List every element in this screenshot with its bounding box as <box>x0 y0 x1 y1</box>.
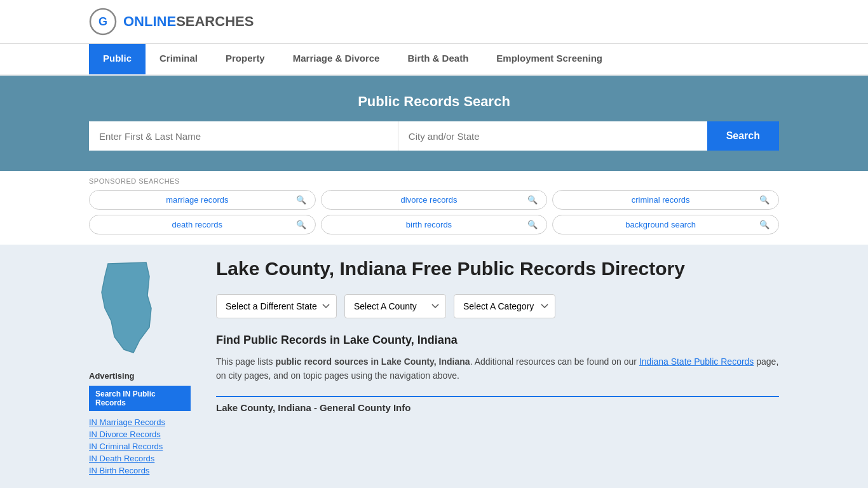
logo-searches: SEARCHES <box>176 13 254 29</box>
advertising-label: Advertising <box>89 371 191 381</box>
pill-background-search[interactable]: background search 🔍 <box>552 215 779 234</box>
sidebar-link-criminal[interactable]: IN Criminal Records <box>89 442 191 451</box>
pill-marriage-label: marriage records <box>98 195 296 205</box>
header: G ONLINESEARCHES <box>0 0 868 44</box>
pill-background-label: background search <box>562 220 759 229</box>
pill-death-records[interactable]: death records 🔍 <box>89 215 316 234</box>
sponsored-label: SPONSORED SEARCHES <box>89 177 779 185</box>
indiana-state-link[interactable]: Indiana State Public Records <box>639 356 754 367</box>
pill-criminal-label: criminal records <box>562 195 759 205</box>
location-search-input[interactable] <box>398 121 707 151</box>
sidebar-link-birth[interactable]: IN Birth Records <box>89 466 191 475</box>
search-button[interactable]: Search <box>707 121 779 151</box>
search-icon-4: 🔍 <box>527 220 538 229</box>
pill-death-label: death records <box>98 220 296 229</box>
nav-item-marriage-divorce[interactable]: Marriage & Divorce <box>279 44 394 74</box>
dropdowns-row: Select a Different State Select A County… <box>216 294 779 318</box>
pill-divorce-records[interactable]: divorce records 🔍 <box>321 190 548 210</box>
name-search-input[interactable] <box>89 121 398 151</box>
find-text-intro: This page lists <box>216 356 275 367</box>
sidebar-link-marriage[interactable]: IN Marriage Records <box>89 417 191 427</box>
main-nav: Public Criminal Property Marriage & Divo… <box>0 44 868 76</box>
county-dropdown[interactable]: Select A County <box>344 294 446 318</box>
sponsored-pills: marriage records 🔍 divorce records 🔍 cri… <box>89 190 779 234</box>
pill-birth-label: birth records <box>330 220 528 229</box>
svg-text:G: G <box>98 15 107 28</box>
nav-item-criminal[interactable]: Criminal <box>146 44 212 74</box>
sidebar: Advertising Search IN Public Records IN … <box>89 245 203 488</box>
pill-birth-records[interactable]: birth records 🔍 <box>321 215 548 234</box>
find-records-title: Find Public Records in Lake County, Indi… <box>216 334 779 347</box>
nav-item-public[interactable]: Public <box>89 44 146 74</box>
nav-item-birth-death[interactable]: Birth & Death <box>393 44 482 74</box>
sponsored-section: SPONSORED SEARCHES marriage records 🔍 di… <box>0 171 868 245</box>
search-icon-1: 🔍 <box>527 195 538 205</box>
hero-title: Public Records Search <box>89 93 779 110</box>
find-text-bold: public record sources in Lake County, In… <box>275 356 470 367</box>
search-in-public-records-btn[interactable]: Search IN Public Records <box>89 386 191 411</box>
content-area: Lake County, Indiana Free Public Records… <box>203 245 779 488</box>
search-row: Search <box>89 121 779 151</box>
main-content: Advertising Search IN Public Records IN … <box>0 245 868 488</box>
sidebar-link-divorce[interactable]: IN Divorce Records <box>89 430 191 439</box>
nav-item-employment[interactable]: Employment Screening <box>482 44 616 74</box>
search-icon-3: 🔍 <box>296 220 306 229</box>
state-map-indiana <box>89 257 165 359</box>
search-icon-0: 🔍 <box>296 195 306 205</box>
hero-section: Public Records Search Search <box>0 76 868 171</box>
site-logo-icon: G <box>89 8 117 36</box>
logo-online: ONLINE <box>123 13 176 29</box>
find-records-description: This page lists public record sources in… <box>216 355 779 383</box>
pill-marriage-records[interactable]: marriage records 🔍 <box>89 190 316 210</box>
find-text-mid: . Additional resources can be found on o… <box>470 356 639 367</box>
sidebar-link-death[interactable]: IN Death Records <box>89 454 191 463</box>
pill-criminal-records[interactable]: criminal records 🔍 <box>552 190 779 210</box>
pill-divorce-label: divorce records <box>330 195 528 205</box>
general-info-heading: Lake County, Indiana - General County In… <box>216 396 779 413</box>
sidebar-links: IN Marriage Records IN Divorce Records I… <box>89 417 191 475</box>
logo: G ONLINESEARCHES <box>89 8 254 36</box>
search-icon-5: 🔍 <box>759 220 770 229</box>
page-title: Lake County, Indiana Free Public Records… <box>216 257 779 280</box>
nav-item-property[interactable]: Property <box>212 44 279 74</box>
logo-text: ONLINESEARCHES <box>123 13 254 30</box>
search-icon-2: 🔍 <box>759 195 770 205</box>
category-dropdown[interactable]: Select A Category <box>454 294 555 318</box>
state-dropdown[interactable]: Select a Different State <box>216 294 337 318</box>
